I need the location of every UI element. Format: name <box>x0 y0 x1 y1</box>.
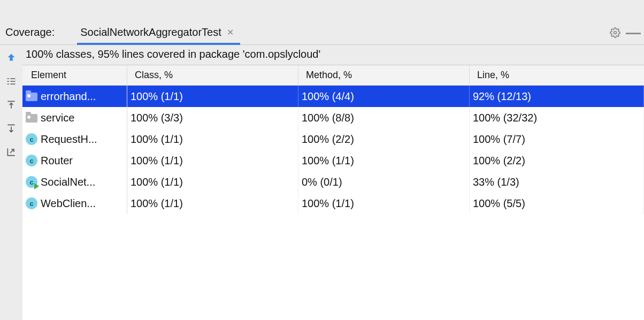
folder-icon <box>26 90 37 102</box>
class-icon: c <box>26 155 37 166</box>
element-name: WebClien... <box>41 197 96 210</box>
expand-down-icon[interactable] <box>4 121 19 136</box>
class-coverage: 100% (1/1) <box>127 171 298 193</box>
table-row[interactable]: cSocialNet...100% (1/1)0% (0/1)33% (1/3) <box>22 171 644 193</box>
close-icon[interactable]: ✕ <box>227 27 234 37</box>
class-coverage: 100% (1/1) <box>127 128 298 150</box>
col-header-line[interactable]: Line, % <box>470 65 644 85</box>
class-coverage: 100% (1/1) <box>127 150 298 171</box>
sidebar <box>0 45 22 320</box>
tab-label: SocialNetworkAggregatorTest <box>80 26 221 39</box>
col-header-method[interactable]: Method, % <box>298 65 470 85</box>
line-coverage: 100% (32/32) <box>470 107 644 128</box>
method-coverage: 100% (4/4) <box>298 86 470 107</box>
table-row[interactable]: cWebClien...100% (1/1)100% (1/1)100% (5/… <box>22 193 644 214</box>
table-row[interactable]: cRouter100% (1/1)100% (1/1)100% (2/2) <box>22 150 644 171</box>
element-name: SocialNet... <box>41 176 95 188</box>
table-row[interactable]: service100% (3/3)100% (8/8)100% (32/32) <box>22 107 644 128</box>
coverage-tab[interactable]: SocialNetworkAggregatorTest ✕ <box>77 20 240 44</box>
element-name: errorhand... <box>41 90 96 103</box>
class-run-icon: c <box>26 176 37 188</box>
coverage-table: Element Class, % Method, % Line, % error… <box>22 65 644 320</box>
panel-title: Coverage: <box>5 26 55 39</box>
element-name: RequestH... <box>41 133 97 146</box>
line-coverage: 92% (12/13) <box>470 86 644 107</box>
class-coverage: 100% (3/3) <box>127 107 298 128</box>
class-icon: c <box>26 133 37 145</box>
flatten-packages-icon[interactable] <box>4 74 19 89</box>
class-coverage: 100% (1/1) <box>127 86 298 107</box>
line-coverage: 100% (2/2) <box>470 150 644 171</box>
class-coverage: 100% (1/1) <box>127 193 298 214</box>
svg-point-0 <box>614 31 617 34</box>
minimize-icon[interactable]: — <box>627 26 640 39</box>
method-coverage: 0% (0/1) <box>298 171 470 193</box>
line-coverage: 100% (7/7) <box>470 128 644 150</box>
top-spacer <box>0 0 644 20</box>
collapse-up-icon[interactable] <box>4 97 19 112</box>
element-name: Router <box>41 155 73 167</box>
table-row[interactable]: cRequestH...100% (1/1)100% (2/2)100% (7/… <box>22 128 644 150</box>
coverage-summary: 100% classes, 95% lines covered in packa… <box>22 45 644 65</box>
col-header-element[interactable]: Element <box>22 65 127 85</box>
folder-icon <box>26 112 37 124</box>
main-panel: 100% classes, 95% lines covered in packa… <box>22 45 644 320</box>
method-coverage: 100% (1/1) <box>298 193 470 214</box>
table-header: Element Class, % Method, % Line, % <box>22 65 644 86</box>
gear-icon[interactable] <box>609 26 622 39</box>
class-icon: c <box>26 197 37 209</box>
method-coverage: 100% (2/2) <box>298 128 470 150</box>
table-row[interactable]: errorhand...100% (1/1)100% (4/4)92% (12/… <box>22 86 644 107</box>
method-coverage: 100% (8/8) <box>298 107 470 128</box>
line-coverage: 33% (1/3) <box>470 171 644 193</box>
export-icon[interactable] <box>4 144 19 159</box>
col-header-class[interactable]: Class, % <box>127 65 298 85</box>
nav-up-icon[interactable] <box>4 50 19 65</box>
method-coverage: 100% (1/1) <box>298 150 470 171</box>
header-bar: Coverage: SocialNetworkAggregatorTest ✕ … <box>0 20 644 45</box>
line-coverage: 100% (5/5) <box>470 193 644 214</box>
element-name: service <box>41 112 74 124</box>
